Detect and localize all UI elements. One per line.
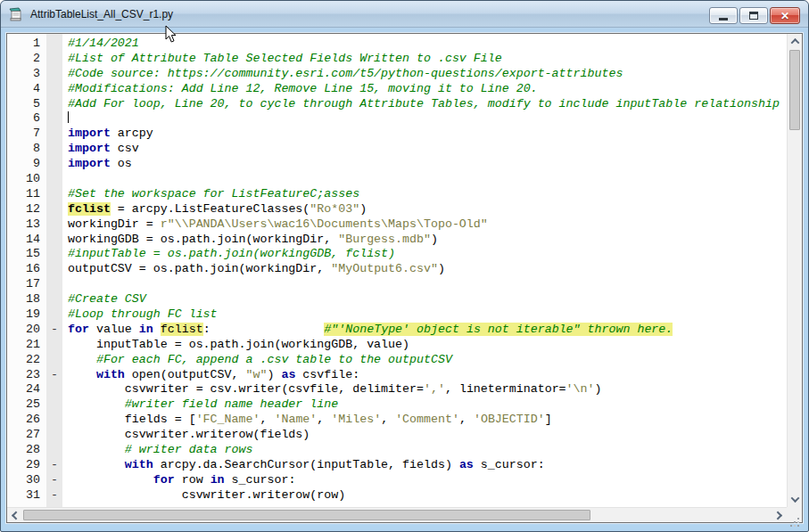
chevron-left-icon xyxy=(12,512,21,520)
fold-margin-cell xyxy=(46,142,62,157)
code-line: 19#Loop through FC list xyxy=(7,307,787,323)
code-line: 7import arcpy xyxy=(7,127,787,142)
code-line: 24 csvwriter = csv.writer(csvfile, delim… xyxy=(7,382,787,397)
code-text: csvwriter.writerow(row) xyxy=(62,488,345,503)
line-number: 5 xyxy=(7,97,46,112)
code-text: outputCSV = os.path.join(workingDir, "My… xyxy=(62,262,445,277)
code-line: 31- csvwriter.writerow(row) xyxy=(7,488,787,503)
code-line: 17 xyxy=(7,277,787,292)
fold-margin-cell xyxy=(46,292,62,307)
code-text: for value in fclist: #"'NoneType' object… xyxy=(62,323,673,338)
close-button[interactable]: ✕ xyxy=(770,7,800,24)
code-line: 13workingDir = r"\\PANDA\Users\wac16\Doc… xyxy=(7,217,787,233)
code-line: 27 csvwriter.writerow(fields) xyxy=(7,428,787,443)
code-line: 6 xyxy=(7,111,787,127)
resize-grip[interactable] xyxy=(797,518,799,520)
code-line: 29- with arcpy.da.SearchCursor(inputTabl… xyxy=(7,458,787,473)
scroll-right-button[interactable] xyxy=(772,508,787,523)
code-text xyxy=(62,172,68,187)
line-number: 27 xyxy=(7,428,46,443)
line-number: 10 xyxy=(7,172,46,187)
code-line: 3#Code source: https://community.esri.co… xyxy=(7,67,787,82)
code-line: 28 # writer data rows xyxy=(7,443,787,458)
fold-marker[interactable]: - xyxy=(46,458,62,473)
code-text: csvwriter = csv.writer(csvfile, delimite… xyxy=(62,382,602,397)
scroll-up-button[interactable] xyxy=(788,34,803,49)
code-text: workingDir = r"\\PANDA\Users\wac16\Docum… xyxy=(62,217,488,233)
scroll-down-button[interactable] xyxy=(788,492,803,507)
fold-margin-cell xyxy=(46,111,62,127)
code-line: 5#Add For loop, Line 20, to cycle throug… xyxy=(7,97,787,112)
line-number: 6 xyxy=(7,111,46,127)
minimize-icon xyxy=(719,18,728,20)
code-text: #For each FC, append a .csv table to the… xyxy=(62,353,452,368)
fold-margin-cell xyxy=(46,67,62,82)
fold-margin-cell xyxy=(46,338,62,353)
code-line: 25 #writer field name header line xyxy=(7,397,787,413)
fold-margin-cell xyxy=(46,413,62,428)
fold-margin-cell xyxy=(46,217,62,233)
window-title: AttribTableList_All_CSV_r1.py xyxy=(30,8,173,20)
fold-margin-cell xyxy=(46,353,62,368)
line-number: 17 xyxy=(7,277,46,292)
fold-margin-cell xyxy=(46,37,62,52)
code-line: 15#inputTable = os.path.join(workingGDB,… xyxy=(7,247,787,262)
fold-margin-cell xyxy=(46,382,62,397)
code-text: #List of Attribute Table Selected Fields… xyxy=(62,52,502,67)
code-text: #Create CSV xyxy=(62,292,146,307)
title-bar[interactable]: AttribTableList_All_CSV_r1.py ✕ xyxy=(1,1,808,28)
window-controls: ✕ xyxy=(709,7,800,24)
line-number: 28 xyxy=(7,443,46,458)
fold-margin-cell xyxy=(46,443,62,458)
code-text: fields = ['FC_Name', 'Name', 'Miles', 'C… xyxy=(62,413,552,428)
fold-marker[interactable]: - xyxy=(46,323,62,338)
code-text: #Set the workspace for ListFeatureC;asse… xyxy=(62,187,359,202)
line-number: 21 xyxy=(7,338,46,353)
line-number: 8 xyxy=(7,142,46,157)
fold-margin-cell xyxy=(46,277,62,292)
scrollbar-corner xyxy=(787,507,802,522)
code-text: import os xyxy=(62,157,132,172)
script-document-icon xyxy=(9,7,24,21)
line-number: 24 xyxy=(7,382,46,397)
code-line: 16outputCSV = os.path.join(workingDir, "… xyxy=(7,262,787,277)
horizontal-scrollbar[interactable] xyxy=(7,507,787,522)
vertical-scroll-thumb[interactable] xyxy=(789,50,800,130)
code-line: 30- for row in s_cursor: xyxy=(7,473,787,488)
minimize-button[interactable] xyxy=(709,7,738,24)
fold-margin-cell xyxy=(46,127,62,142)
fold-marker[interactable]: - xyxy=(46,368,62,383)
line-number: 30 xyxy=(7,473,46,488)
line-number: 11 xyxy=(7,187,46,202)
line-number: 26 xyxy=(7,413,46,428)
code-line: 12fclist = arcpy.ListFeatureClasses("Ro*… xyxy=(7,202,787,217)
fold-margin-cell xyxy=(46,52,62,67)
code-text: for row in s_cursor: xyxy=(62,473,295,488)
scroll-left-button[interactable] xyxy=(7,508,22,523)
fold-margin-cell xyxy=(46,307,62,323)
fold-marker[interactable]: - xyxy=(46,473,62,488)
code-text: workingGDB = os.path.join(workingDir, "B… xyxy=(62,233,438,248)
code-text xyxy=(62,277,68,292)
code-text: # writer data rows xyxy=(62,443,252,458)
line-number: 1 xyxy=(7,37,46,52)
maximize-button[interactable] xyxy=(739,7,768,24)
fold-margin-cell xyxy=(46,262,62,277)
text-caret xyxy=(68,111,69,123)
vertical-scrollbar[interactable] xyxy=(787,34,802,507)
code-lines[interactable]: 1#1/14/20212#List of Attribute Table Sel… xyxy=(7,34,787,507)
fold-margin-cell xyxy=(46,187,62,202)
editor-window: AttribTableList_All_CSV_r1.py ✕ 1#1/14/2… xyxy=(0,0,809,532)
fold-margin-cell xyxy=(46,247,62,262)
code-line: 26 fields = ['FC_Name', 'Name', 'Miles',… xyxy=(7,413,787,428)
line-number: 14 xyxy=(7,233,46,248)
line-number: 15 xyxy=(7,247,46,262)
line-number: 25 xyxy=(7,397,46,413)
code-line: 10 xyxy=(7,172,787,187)
horizontal-scroll-thumb[interactable] xyxy=(23,510,590,520)
chevron-up-icon xyxy=(791,38,800,47)
code-text: #inputTable = os.path.join(workingGDB, f… xyxy=(62,247,395,262)
code-text: import csv xyxy=(62,142,139,157)
fold-marker[interactable]: - xyxy=(46,488,62,503)
fold-margin-cell xyxy=(46,97,62,112)
